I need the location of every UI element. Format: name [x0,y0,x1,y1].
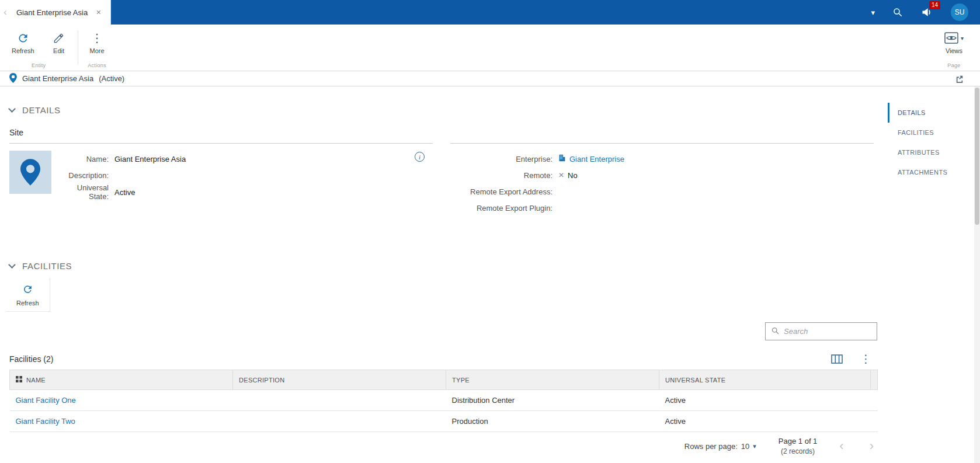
column-chooser-icon[interactable] [831,354,843,364]
refresh-icon [22,284,33,297]
details-right-column: Enterprise: Giant Enterprise Remote: ✕ [450,143,874,219]
previous-page-icon[interactable]: ‹ [839,440,843,452]
field-label: Enterprise: [450,155,558,163]
column-header-universal-state[interactable]: UNIVERSAL STATE [659,370,871,390]
section-nav-details[interactable]: DETAILS [888,103,973,123]
field-remote-export-plugin: Remote Export Plugin: [450,200,874,216]
site-pin-icon [20,159,40,186]
section-nav-facilities[interactable]: FACILITIES [888,123,973,142]
records-label: (2 records) [779,447,818,455]
details-collapse-icon[interactable] [8,105,16,113]
record-state: (Active) [99,74,124,83]
info-icon[interactable]: i [415,152,425,162]
cell-spacer [871,411,878,432]
site-subsection-title: Site [9,128,883,137]
tab-scroll-left-icon[interactable]: ‹ [0,0,11,25]
announcements-icon[interactable]: 14 [920,6,933,18]
table-menu-icon[interactable]: ⋮ [860,354,871,364]
search-icon [771,326,780,337]
field-label: Description: [61,171,114,180]
pagination-bar: Rows per page: 10 ▾ Page 1 of 1 (2 recor… [9,437,877,455]
refresh-icon [17,32,29,44]
column-header-description[interactable]: DESCRIPTION [233,370,446,390]
details-section-title: DETAILS [22,105,61,115]
topbar-dropdown-icon[interactable]: ▾ [871,8,875,17]
tab-title: Giant Enterprise Asia [16,8,88,17]
section-nav: DETAILS FACILITIES ATTRIBUTES ATTACHMENT… [888,103,973,182]
field-universal-state: Universal State: Active [61,183,433,201]
field-label: Remote Export Address: [450,187,558,196]
site-image-placeholder [9,151,51,194]
edit-pencil-icon [53,32,64,44]
ribbon-group-caption-actions: Actions [83,61,112,71]
facilities-refresh-button[interactable]: Refresh [6,278,50,312]
field-label: Name: [61,155,114,163]
field-remote-export-address: Remote Export Address: [450,183,874,200]
section-nav-attributes[interactable]: ATTRIBUTES [888,142,973,162]
scrollbar-spacer-header [871,370,878,390]
search-icon[interactable] [892,7,903,18]
facilities-table-title-row: Facilities (2) ⋮ [9,354,877,364]
field-name: Name: Giant Enterprise Asia [61,151,433,167]
field-remote: Remote: ✕ No [450,167,874,183]
user-avatar[interactable]: SU [951,4,968,21]
details-section-header: DETAILS [9,105,883,115]
section-nav-attachments[interactable]: ATTACHMENTS [888,162,973,182]
ribbon-group-caption-entity: Entity [5,61,73,71]
views-label: Views [946,47,962,54]
column-header-name[interactable]: NAME [10,370,233,390]
table-header-row: NAME DESCRIPTION TYPE UNIVERSAL STATE [10,370,878,390]
topbar-icons: ▾ 14 SU [871,0,980,25]
details-left-column: Name: Giant Enterprise Asia Description:… [9,143,433,219]
field-enterprise: Enterprise: Giant Enterprise [450,151,874,167]
more-button[interactable]: ⋮ More [83,28,112,57]
facilities-table-title: Facilities (2) [9,354,53,364]
rows-per-page-caret-icon[interactable]: ▾ [753,443,756,450]
field-value: Active [114,188,135,197]
tab-strip: ‹ Giant Enterprise Asia ✕ [0,0,111,25]
facility-name-link[interactable]: Giant Facility Two [16,417,75,426]
more-dots-icon: ⋮ [91,32,103,44]
column-header-type[interactable]: TYPE [446,370,659,390]
enterprise-link[interactable]: Giant Enterprise [569,155,624,163]
cell-universal-state: Active [659,411,871,432]
open-in-window-icon[interactable] [955,75,971,83]
facilities-collapse-icon[interactable] [8,261,16,269]
more-label: More [90,47,105,54]
page-scrollbar-thumb[interactable] [975,88,979,225]
tab-close-icon[interactable]: ✕ [96,9,101,16]
cell-spacer [871,390,878,411]
field-label: Remote Export Plugin: [450,204,558,213]
ribbon-group-entity: Refresh Edit Entity [0,25,78,71]
right-fields: Enterprise: Giant Enterprise Remote: ✕ [450,151,874,216]
search-input[interactable] [784,327,871,336]
views-caret-icon: ▾ [961,35,964,41]
rows-per-page: Rows per page: 10 ▾ [684,442,756,451]
cell-type: Distribution Center [446,390,659,411]
name-column-icon [16,376,22,384]
field-value: Giant Enterprise Asia [114,155,186,163]
ribbon-group-actions: ⋮ More Actions [78,25,116,71]
ribbon-toolbar: Refresh Edit Entity ⋮ More Actions [0,25,980,71]
facilities-search-row [9,322,877,340]
next-page-icon[interactable]: › [870,440,874,452]
left-fields: Name: Giant Enterprise Asia Description:… [61,151,433,201]
facility-name-link[interactable]: Giant Facility One [16,396,76,405]
facility-row[interactable]: Giant Facility Two Production Active [10,411,878,432]
ribbon-group-caption-page: Page [937,61,971,71]
page-info: Page 1 of 1 (2 records) [779,437,818,455]
details-grid: Name: Giant Enterprise Asia Description:… [9,143,874,219]
refresh-button[interactable]: Refresh [5,28,41,57]
page-label: Page 1 of 1 [779,437,818,445]
field-value: No [568,171,578,180]
facility-row[interactable]: Giant Facility One Distribution Center A… [10,390,878,411]
edit-button[interactable]: Edit [45,28,73,57]
views-button[interactable]: ▾ Views [937,28,971,57]
record-title-bar: Giant Enterprise Asia (Active) [0,71,980,86]
rows-per-page-value[interactable]: 10 [741,442,749,451]
column-label: NAME [26,377,46,384]
tab-giant-enterprise-asia[interactable]: Giant Enterprise Asia ✕ [11,0,111,25]
cell-type: Production [446,411,659,432]
topbar: ‹ Giant Enterprise Asia ✕ ▾ 14 SU [0,0,980,25]
views-eye-icon: ▾ [944,32,964,44]
